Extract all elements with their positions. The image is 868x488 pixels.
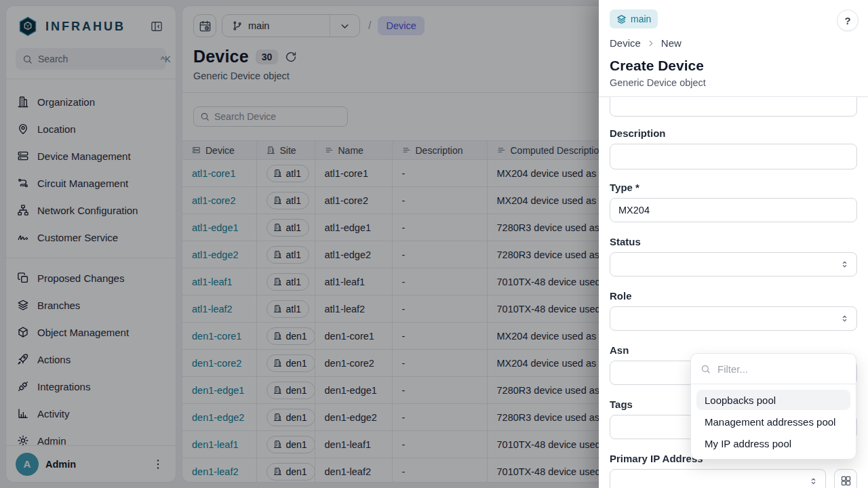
branch-badge-label: main bbox=[631, 14, 651, 24]
branch-badge[interactable]: main bbox=[610, 9, 658, 28]
layers-icon bbox=[616, 14, 627, 24]
name-field-partial[interactable] bbox=[610, 97, 857, 117]
chevrons-up-down-icon bbox=[808, 476, 818, 487]
drawer-subtitle: Generic Device object bbox=[610, 77, 857, 88]
help-button[interactable]: ? bbox=[837, 9, 859, 31]
role-label: Role bbox=[610, 290, 857, 302]
pool-option-my-ip[interactable]: My IP address pool bbox=[696, 433, 850, 453]
pool-option-loopbacks[interactable]: Loopbacks pool bbox=[696, 390, 850, 410]
description-field[interactable] bbox=[610, 144, 857, 169]
drawer-title: Create Device bbox=[610, 58, 857, 74]
breadcrumb-current: New bbox=[661, 37, 682, 49]
drawer-breadcrumb: Device New bbox=[610, 37, 857, 49]
status-label: Status bbox=[610, 236, 857, 248]
create-device-drawer: main ? Device New Create Device Generic … bbox=[599, 0, 868, 488]
pool-options: Loopbacks pool Management addresses pool… bbox=[691, 384, 856, 459]
ip-pool-dropdown: Loopbacks pool Management addresses pool… bbox=[690, 353, 856, 460]
pool-filter-input[interactable] bbox=[717, 363, 852, 375]
primary-ip-select[interactable] bbox=[610, 469, 826, 488]
ip-pool-button[interactable] bbox=[834, 469, 857, 488]
chevron-right-icon bbox=[646, 39, 656, 48]
drawer-header: main ? Device New Create Device Generic … bbox=[599, 0, 868, 97]
search-icon bbox=[701, 364, 711, 374]
type-field[interactable] bbox=[610, 198, 857, 222]
description-label: Description bbox=[610, 127, 857, 140]
status-select[interactable] bbox=[610, 252, 857, 277]
pool-filter[interactable] bbox=[691, 354, 856, 384]
grid-icon bbox=[840, 475, 852, 487]
pool-option-management[interactable]: Management addresses pool bbox=[696, 411, 850, 432]
type-label: Type * bbox=[610, 182, 857, 194]
chevrons-up-down-icon bbox=[840, 260, 850, 270]
breadcrumb-parent[interactable]: Device bbox=[610, 37, 641, 49]
chevrons-up-down-icon bbox=[840, 314, 850, 324]
role-select[interactable] bbox=[610, 306, 857, 331]
